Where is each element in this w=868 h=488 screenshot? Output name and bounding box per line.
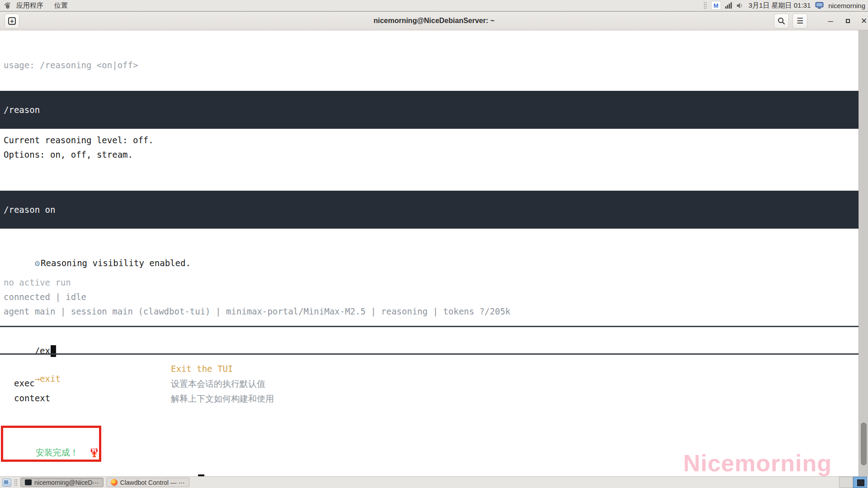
reasoning-enabled-line: ⚙Reasoning visibility enabled. xyxy=(4,248,191,278)
volume-icon[interactable] xyxy=(736,2,744,9)
taskbar-item-browser-label: Clawdbot Control — ⋯ xyxy=(120,479,185,486)
top-panel: 应用程序 位置 M 3月1日 星期日 01:31 nicemorning xyxy=(0,0,868,11)
command-input[interactable]: /ex xyxy=(4,335,56,367)
reasoning-enabled-text: Reasoning visibility enabled. xyxy=(41,258,191,268)
input-box-bottom-border xyxy=(0,353,859,355)
status-connection-line: connected | idle xyxy=(4,292,86,302)
reasoning-options-line: Options: on, off, stream. xyxy=(4,150,133,160)
terminal-icon xyxy=(25,479,32,485)
window-titlebar[interactable]: nicemorning@NiceDebianServer: ~ + ☰ – ✕ xyxy=(0,12,868,30)
maximize-icon xyxy=(846,19,850,23)
taskbar-drag-handle[interactable] xyxy=(14,479,18,486)
completion-item-context[interactable]: context xyxy=(14,393,50,403)
maximize-button[interactable] xyxy=(841,12,854,30)
network-signal-icon[interactable] xyxy=(725,2,732,9)
terminal-scrollbar[interactable] xyxy=(859,30,868,476)
window-title: nicemorning@NiceDebianServer: ~ xyxy=(0,17,868,25)
completion-context-desc: 解释上下文如何构建和使用 xyxy=(171,393,274,405)
input-box-top-border xyxy=(0,326,859,327)
panel-username[interactable]: nicemorning xyxy=(828,2,865,9)
taskbar-item-browser[interactable]: Clawdbot Control — ⋯ xyxy=(106,478,189,487)
search-button[interactable] xyxy=(774,14,789,28)
show-desktop-button[interactable] xyxy=(2,479,11,487)
usage-line: usage: /reasoning <on|off> xyxy=(4,60,138,70)
command-echo-reason-on-text: /reason on xyxy=(4,205,55,215)
selection-arrow-icon: → xyxy=(35,374,40,384)
taskbar: nicemorning@NiceD⋯ Clawdbot Control — ⋯ xyxy=(0,476,868,488)
search-icon xyxy=(778,17,785,25)
watermark: Nicemorning xyxy=(683,450,832,476)
gnome-foot-icon[interactable] xyxy=(4,2,11,9)
mail-icon[interactable]: M xyxy=(712,1,721,9)
completion-exit-desc: Exit the TUI xyxy=(171,364,233,374)
terminal-window: nicemorning@NiceDebianServer: ~ + ☰ – ✕ … xyxy=(0,11,868,476)
command-echo-reason: /reason xyxy=(0,91,859,129)
status-run-line: no active run xyxy=(4,277,71,287)
firefox-icon xyxy=(111,479,118,486)
panel-drag-handle[interactable] xyxy=(703,2,707,9)
completion-exec-desc: 设置本会话的执行默认值 xyxy=(171,378,265,390)
completion-item-exec[interactable]: exec xyxy=(14,378,35,388)
hamburger-icon: ☰ xyxy=(797,16,803,26)
menu-places[interactable]: 位置 xyxy=(49,0,73,11)
new-tab-button[interactable]: + xyxy=(5,14,19,28)
terminal-viewport[interactable]: usage: /reasoning <on|off> /reason Curre… xyxy=(0,30,868,476)
install-done-text: 安装完成！ xyxy=(36,447,79,457)
menu-applications[interactable]: 应用程序 xyxy=(11,0,49,11)
session-screen-icon[interactable] xyxy=(815,2,824,9)
install-done-line: 安装完成！ 🦞 xyxy=(5,437,99,469)
completion-exit-label: exit xyxy=(40,374,61,384)
reasoning-level-line: Current reasoning level: off. xyxy=(4,135,154,145)
new-tab-icon: + xyxy=(8,17,16,25)
close-button[interactable]: ✕ xyxy=(857,12,868,30)
command-echo-reason-on: /reason on xyxy=(0,191,859,229)
command-echo-reason-text: /reason xyxy=(4,105,40,115)
hamburger-menu-button[interactable]: ☰ xyxy=(793,14,807,28)
workspace-switcher[interactable] xyxy=(839,477,867,488)
panel-clock[interactable]: 3月1日 星期日 01:31 xyxy=(749,1,811,10)
gear-icon: ⚙ xyxy=(35,258,40,268)
scrollbar-thumb[interactable] xyxy=(861,422,867,465)
workspace-cell-inactive[interactable] xyxy=(839,477,853,488)
workspace-cell-active[interactable] xyxy=(853,477,867,488)
taskbar-item-terminal[interactable]: nicemorning@NiceD⋯ xyxy=(20,478,104,487)
input-cursor xyxy=(51,345,56,357)
status-agent-line: agent main | session main (clawdbot-tui)… xyxy=(4,306,510,316)
shell-prompt[interactable]: nicemorning@NiceDebianServer:~$ xyxy=(1,465,204,476)
taskbar-item-terminal-label: nicemorning@NiceD⋯ xyxy=(34,479,99,486)
lobster-emoji: 🦞 xyxy=(89,447,100,457)
minimize-button[interactable]: – xyxy=(824,12,837,30)
